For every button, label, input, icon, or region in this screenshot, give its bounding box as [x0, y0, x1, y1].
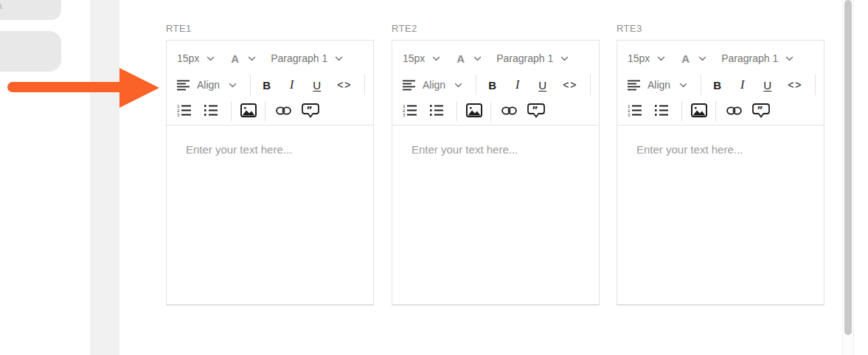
font-color-dropdown[interactable]: A — [231, 52, 256, 65]
ordered-list-button[interactable]: 123 — [403, 104, 417, 119]
underline-label: U — [313, 79, 321, 92]
alignments-dropdown[interactable]: Align — [628, 79, 687, 91]
chevron-down-icon — [698, 56, 706, 61]
placeholder-text: Enter your text here... — [636, 143, 743, 156]
alignments-dropdown[interactable]: Align — [177, 79, 237, 91]
rte-frame: 15px A Paragraph 1 Align — [166, 40, 374, 306]
code-view-label: <> — [788, 79, 802, 91]
rte-label: RTE1 — [166, 23, 374, 35]
italic-button[interactable]: I — [740, 78, 744, 92]
font-color-dropdown[interactable]: A — [456, 52, 482, 65]
bold-button[interactable]: B — [488, 79, 496, 92]
font-color-dropdown[interactable]: A — [681, 52, 706, 65]
font-size-dropdown[interactable]: 15px — [628, 52, 665, 64]
align-label: Align — [647, 79, 670, 91]
paragraph-format-value: Paragraph 1 — [721, 52, 778, 64]
toolbar-row-2: Align B I U <> — [617, 72, 824, 98]
underline-button[interactable]: U — [313, 79, 321, 92]
ordered-list-button[interactable]: 123 — [628, 104, 642, 119]
alignments-dropdown[interactable]: Align — [403, 79, 462, 91]
font-size-dropdown[interactable]: 15px — [403, 52, 440, 64]
chevron-down-icon — [657, 56, 665, 61]
chevron-down-icon — [248, 56, 256, 61]
underline-button[interactable]: U — [763, 79, 771, 92]
paragraph-format-value: Paragraph 1 — [496, 52, 553, 64]
code-view-button[interactable]: <> — [337, 79, 352, 91]
rte-content-area[interactable]: Enter your text here... — [392, 125, 599, 304]
chevron-down-icon — [335, 56, 343, 61]
insert-image-button[interactable] — [466, 103, 482, 120]
scrollbar-thumb[interactable] — [844, 0, 852, 335]
rte-panel: RTE3 15px A Paragraph 1 — [617, 23, 824, 306]
ordered-list-icon: 123 — [177, 104, 192, 119]
bold-button[interactable]: B — [263, 79, 271, 92]
insert-link-button[interactable] — [501, 106, 517, 117]
font-size-value: 15px — [403, 52, 425, 64]
svg-text:3: 3 — [628, 113, 631, 117]
blockquote-icon: ” — [302, 103, 319, 120]
unordered-list-button[interactable] — [655, 104, 669, 119]
insert-link-button[interactable] — [276, 106, 291, 117]
toolbar-separator — [250, 75, 251, 95]
link-icon — [276, 106, 291, 117]
align-left-icon — [403, 80, 417, 91]
svg-text:”: ” — [532, 103, 538, 114]
ordered-list-button[interactable]: 123 — [177, 104, 192, 119]
insert-link-button[interactable] — [726, 106, 742, 117]
code-view-button[interactable]: <> — [563, 79, 577, 91]
unordered-list-button[interactable] — [204, 104, 218, 119]
underline-label: U — [763, 79, 771, 92]
left-panel-card-top — [0, 0, 61, 20]
svg-text:3: 3 — [403, 113, 406, 117]
font-size-dropdown[interactable]: 15px — [177, 52, 215, 64]
toolbar-separator — [456, 101, 457, 122]
insert-image-button[interactable] — [240, 103, 257, 120]
bold-button[interactable]: B — [713, 79, 721, 92]
chevron-down-icon — [560, 56, 569, 61]
toolbar-row-1: 15px A Paragraph 1 — [392, 45, 599, 72]
chevron-down-icon — [679, 83, 687, 88]
toolbar-separator — [265, 101, 265, 122]
paragraph-format-value: Paragraph 1 — [271, 52, 327, 64]
italic-button[interactable]: I — [515, 78, 519, 92]
italic-button[interactable]: I — [290, 78, 294, 92]
rte-label: RTE2 — [392, 23, 600, 35]
rte-panel: RTE2 15px A Paragraph 1 — [392, 23, 600, 306]
toolbar-separator — [715, 101, 716, 122]
rte-content-area[interactable]: Enter your text here... — [617, 125, 824, 304]
toolbar-separator — [364, 75, 365, 95]
link-icon — [501, 106, 517, 117]
chevron-down-icon — [785, 56, 794, 61]
toolbar-row-1: 15px A Paragraph 1 — [617, 45, 824, 72]
toolbar-separator — [476, 75, 476, 95]
code-view-label: <> — [563, 79, 577, 91]
underline-button[interactable]: U — [538, 79, 546, 92]
toolbar-row-1: 15px A Paragraph 1 — [167, 45, 373, 72]
left-text-fragment: l. — [0, 3, 4, 10]
rte-label: RTE3 — [617, 23, 824, 35]
ordered-list-icon: 123 — [403, 104, 417, 119]
toolbar-separator — [490, 101, 491, 122]
blockquote-button[interactable]: ” — [752, 103, 770, 120]
code-view-button[interactable]: <> — [788, 79, 802, 91]
rte-toolbar: 15px A Paragraph 1 Align — [617, 41, 824, 125]
toolbar-separator — [815, 75, 816, 95]
svg-text:3: 3 — [177, 113, 180, 117]
toolbar-row-3: 123 ” — [392, 98, 599, 125]
image-icon — [691, 103, 707, 120]
ordered-list-icon: 123 — [628, 104, 642, 119]
bold-label: B — [263, 79, 271, 92]
blockquote-button[interactable]: ” — [302, 103, 319, 120]
unordered-list-button[interactable] — [430, 104, 444, 119]
align-label: Align — [197, 79, 220, 91]
font-size-value: 15px — [628, 52, 650, 64]
paragraph-format-dropdown[interactable]: Paragraph 1 — [496, 52, 569, 64]
insert-image-button[interactable] — [691, 103, 707, 120]
rte-content-area[interactable]: Enter your text here... — [167, 125, 373, 304]
paragraph-format-dropdown[interactable]: Paragraph 1 — [721, 52, 794, 64]
paragraph-format-dropdown[interactable]: Paragraph 1 — [271, 52, 343, 64]
blockquote-button[interactable]: ” — [527, 103, 545, 120]
rte-toolbar: 15px A Paragraph 1 Align — [392, 41, 599, 125]
italic-label: I — [515, 78, 519, 92]
left-rail — [90, 0, 119, 355]
